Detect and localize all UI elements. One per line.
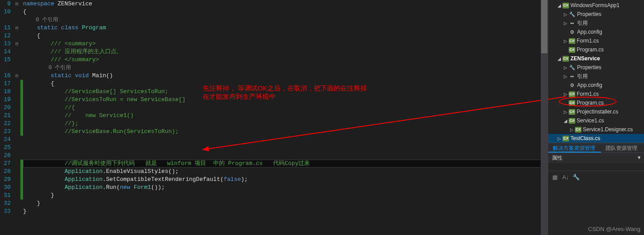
expand-icon[interactable]: ◢ [562,118,569,123]
cs-icon: C# [562,136,569,141]
ref-icon: ▪▪ [569,73,576,80]
expand-icon[interactable]: ▷ [562,12,569,17]
fold-toggle[interactable] [13,8,20,16]
tree-item-WindowsFormsApp1[interactable]: ◢C#WindowsFormsApp1 [548,1,644,10]
sort-icon[interactable]: A↓ [562,173,570,181]
fold-toggle[interactable] [13,192,20,200]
dropdown-icon[interactable]: ▾ [638,154,640,162]
code-line[interactable]: { [23,8,548,16]
fold-toggle[interactable] [13,200,20,208]
fold-toggle[interactable]: ⊟ [13,24,20,32]
expand-icon[interactable]: ▷ [562,74,569,79]
fold-toggle[interactable] [13,80,20,88]
tree-item-Service1-cs[interactable]: ◢C#Service1.cs [548,116,644,125]
fold-toggle[interactable] [13,88,20,96]
code-line[interactable]: // new Service1() [23,112,548,120]
expand-icon[interactable]: ▷ [562,21,569,26]
code-line[interactable]: Application.Run(new Form1()); [23,184,548,192]
expand-icon[interactable]: ◢ [556,56,562,61]
tab-team-explorer[interactable]: 团队资源管理器 [601,143,644,153]
fold-toggle[interactable] [13,144,20,152]
code-line[interactable]: /// <summary> [23,40,548,48]
fold-toggle[interactable] [13,96,20,104]
tree-item-label: Properties [577,11,601,17]
tree-item-引用[interactable]: ▷▪▪引用 [548,19,644,27]
fold-toggle[interactable] [13,208,20,215]
code-line[interactable]: /// </summary> [23,56,548,64]
code-line[interactable]: static class Program [23,24,548,32]
cs-icon: C# [569,118,575,124]
expand-icon[interactable]: ▷ [569,127,575,132]
code-line[interactable]: Application.EnableVisualStyles(); [23,168,548,176]
tree-item-App-config[interactable]: ⚙App.config [548,27,644,36]
fold-toggle[interactable] [13,56,20,64]
tree-item-Service1-Designer-cs[interactable]: ▷C#Service1.Designer.cs [548,125,644,134]
expand-icon[interactable]: ▷ [562,65,569,70]
tree-item-引用[interactable]: ▷▪▪引用 [548,72,644,81]
code-line[interactable]: 0 个引用 [23,16,548,24]
fold-toggle[interactable] [13,16,20,24]
expand-icon[interactable]: ▷ [562,92,569,97]
code-line[interactable]: //ServiceBase.Run(ServicesToRun); [23,128,548,136]
fold-toggle[interactable] [13,104,20,112]
code-line[interactable]: //{ [23,104,548,112]
code-line[interactable]: { [23,32,548,40]
cs-icon: C# [569,91,575,97]
tree-item-Properties[interactable]: ▷🔧Properties [548,63,644,72]
cs-icon: C# [569,100,575,106]
fold-toggle[interactable] [13,176,20,184]
fold-toggle[interactable] [13,120,20,128]
tree-item-Properties[interactable]: ▷🔧Properties [548,10,644,19]
expand-icon[interactable]: ◢ [556,3,562,8]
tab-solution-explorer[interactable]: 解决方案资源管理器 [548,143,601,153]
fold-toggle[interactable] [13,128,20,136]
tree-item-TestClass-cs[interactable]: ▷C#TestClass.cs [548,134,644,143]
properties-panel: 属性 ▾ ▦ A↓ 🔧 [548,153,644,235]
expand-icon[interactable]: ▷ [556,136,562,141]
fold-toggle[interactable] [13,64,20,72]
code-line[interactable] [23,152,548,160]
fold-toggle[interactable] [13,112,20,120]
code-line[interactable] [23,144,548,152]
fold-toggle[interactable]: ⊟ [13,40,20,48]
code-content[interactable]: namespace ZENService{ 0 个引用 static class… [23,0,548,235]
tree-item-label: Form1.cs [577,91,599,97]
expand-icon[interactable]: ▷ [562,110,569,114]
fold-toggle[interactable]: ⊟ [13,0,20,8]
code-line[interactable]: namespace ZENService [23,0,548,8]
fold-toggle[interactable] [13,32,20,40]
tree-item-Program-cs[interactable]: C#Program.cs [548,98,644,107]
code-line[interactable]: static void Main() [23,72,548,80]
solution-tree[interactable]: ◢C#WindowsFormsApp1▷🔧Properties▷▪▪引用⚙App… [548,0,644,143]
wrench-icon[interactable]: 🔧 [572,173,580,181]
tree-item-ProjectInstaller-cs[interactable]: ▷C#ProjectInstaller.cs [548,107,644,116]
tree-item-App-config[interactable]: ⚙App.config [548,81,644,90]
code-line[interactable]: Application.SetCompatibleTextRenderingDe… [23,176,548,184]
code-line[interactable]: } [23,200,548,208]
tree-item-label: Service1.cs [577,118,604,124]
fold-toggle[interactable] [13,48,20,56]
code-line[interactable]: /// 应用程序的主入口点。 [23,48,548,56]
categorize-icon[interactable]: ▦ [551,173,559,181]
fold-column[interactable]: ⊟⊟⊟⊟ [13,0,20,235]
code-line[interactable] [23,136,548,144]
tree-item-Form1-cs[interactable]: ▷C#Form1.cs [548,36,644,45]
fold-toggle[interactable]: ⊟ [13,72,20,80]
tree-item-ZENService[interactable]: ◢C#ZENService [548,54,644,63]
code-line[interactable]: } [23,208,548,215]
fold-toggle[interactable] [13,184,20,192]
code-line[interactable]: //}; [23,120,548,128]
tree-item-Form1-cs[interactable]: ▷C#Form1.cs [548,90,644,98]
code-line[interactable]: } [23,192,548,200]
scrollbar-thumb[interactable] [541,0,547,53]
code-line[interactable]: 0 个引用 [23,64,548,72]
fold-toggle[interactable] [13,152,20,160]
code-editor[interactable]: 9101112131415161718192021222324252627282… [0,0,548,235]
editor-scrollbar[interactable] [541,0,548,235]
fold-toggle[interactable] [13,168,20,176]
fold-toggle[interactable] [13,160,20,168]
fold-toggle[interactable] [13,136,20,144]
expand-icon[interactable]: ▷ [562,39,569,43]
tree-item-Program-cs[interactable]: C#Program.cs [548,45,644,54]
code-line[interactable]: //调试服务时使用下列代码 就是 winform 项目 中的 Program.c… [23,160,548,168]
